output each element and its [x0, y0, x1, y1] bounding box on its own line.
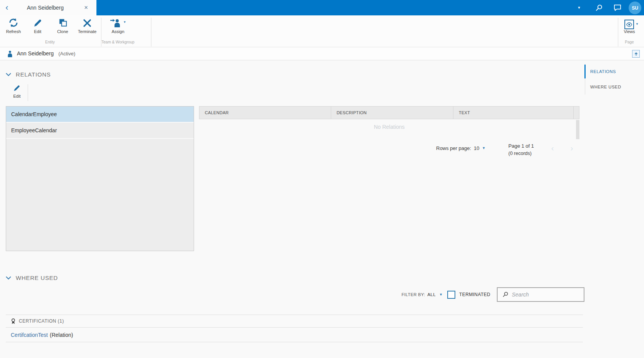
- sidebar-item-where-used[interactable]: WHERE USED: [585, 79, 644, 95]
- filter-by-value: ALL: [427, 292, 436, 297]
- refresh-label: Refresh: [6, 29, 21, 34]
- tab-close-icon[interactable]: ×: [84, 4, 88, 12]
- ribbon-toolbar: Refresh Edit Clone Terminate: [0, 15, 644, 47]
- chevron-down-icon: [6, 73, 11, 76]
- certification-section: CERTIFICATION (1) CertifcationTest (Rela…: [6, 315, 583, 342]
- filter-by-label: FILTER BY:: [402, 292, 425, 297]
- certification-item-link[interactable]: CertifcationTest: [11, 332, 48, 338]
- relations-list-panel: CalendarEmployee EmployeeCalendar: [6, 106, 194, 251]
- tab-title: Ann Seidelberg: [27, 5, 64, 11]
- filter-by-caret-icon: ▼: [439, 293, 443, 296]
- edit-pencil-icon: [33, 17, 43, 28]
- certification-item-suffix: (Relation): [50, 332, 73, 338]
- views-button[interactable]: [624, 20, 634, 29]
- relations-title: RELATIONS: [16, 71, 51, 78]
- entity-header-row: Ann Seidelberg (Active): [0, 47, 644, 60]
- terminated-label: TERMINATED: [459, 292, 490, 297]
- column-header-text[interactable]: TEXT: [453, 107, 574, 119]
- certification-title: CERTIFICATION (1): [19, 318, 64, 324]
- sidebar-item-relations[interactable]: RELATIONS: [585, 64, 644, 79]
- arrow-up-icon: [634, 52, 638, 56]
- back-chevron-icon: ‹: [5, 3, 8, 13]
- group-label-page: Page: [620, 40, 639, 44]
- relations-edit-label: Edit: [13, 94, 21, 98]
- column-header-description[interactable]: DESCRIPTION: [331, 107, 453, 119]
- where-used-title: WHERE USED: [16, 275, 58, 281]
- chevron-down-icon: [6, 276, 11, 280]
- clone-icon: [58, 17, 68, 28]
- relations-section-header[interactable]: RELATIONS: [6, 70, 51, 78]
- avatar[interactable]: SU: [629, 2, 641, 14]
- list-item-employee-calendar[interactable]: EmployeeCalendar: [6, 123, 194, 139]
- clone-label: Clone: [57, 29, 68, 34]
- relations-edit-button[interactable]: Edit: [10, 84, 24, 98]
- edit-label: Edit: [34, 29, 41, 34]
- refresh-icon: [8, 17, 18, 28]
- edit-pencil-icon: [13, 84, 21, 92]
- column-header-calendar[interactable]: CALENDAR: [199, 107, 331, 119]
- terminate-button[interactable]: Terminate: [73, 17, 101, 34]
- clone-button[interactable]: Clone: [49, 17, 76, 34]
- refresh-button[interactable]: Refresh: [0, 17, 27, 34]
- empty-table-message: No Relations: [199, 124, 579, 130]
- collapse-panel-button[interactable]: [632, 50, 640, 58]
- top-bar: ‹ Ann Seidelberg × ▼ SU: [0, 0, 644, 15]
- chevron-left-icon: ‹: [551, 143, 554, 153]
- entity-name: Ann Seidelberg: [17, 50, 54, 57]
- search-input[interactable]: [512, 291, 573, 298]
- terminate-label: Terminate: [78, 29, 96, 34]
- certification-item-row: CertifcationTest (Relation): [6, 328, 583, 342]
- certification-ribbon-icon: [11, 318, 16, 324]
- app-header-bar: [96, 0, 644, 15]
- search-icon: [502, 291, 508, 298]
- scrollbar-gutter: [574, 107, 579, 119]
- terminate-x-icon: [83, 17, 92, 28]
- where-used-section-header[interactable]: WHERE USED: [6, 273, 58, 282]
- relations-table-header: CALENDAR DESCRIPTION TEXT: [199, 106, 579, 119]
- rows-per-page-dropdown[interactable]: Rows per page: 10 ▼: [436, 143, 485, 153]
- person-icon: [7, 50, 13, 57]
- certification-header: CERTIFICATION (1): [6, 315, 583, 328]
- page-info: Page 1 of 1 (0 records): [508, 142, 534, 157]
- rows-per-page-value: 10: [474, 145, 479, 151]
- views-label: Views: [618, 29, 641, 34]
- rows-per-page-label: Rows per page:: [436, 145, 471, 151]
- header-dropdown-caret-icon[interactable]: ▼: [575, 0, 583, 15]
- records-text: (0 records): [508, 150, 534, 157]
- assign-person-icon: ▼: [110, 17, 126, 28]
- assign-button[interactable]: ▼ Assign: [103, 17, 133, 34]
- chevron-right-icon: ›: [571, 143, 573, 153]
- chat-icon[interactable]: [613, 0, 622, 15]
- next-page-button[interactable]: ›: [568, 143, 575, 153]
- previous-page-button[interactable]: ‹: [549, 143, 556, 153]
- filter-by-dropdown[interactable]: FILTER BY: ALL ▼: [402, 287, 443, 302]
- section-nav: RELATIONS WHERE USED: [585, 64, 644, 95]
- eye-icon: [626, 22, 632, 27]
- assign-caret-icon: ▼: [123, 21, 126, 24]
- group-label-entity: Entity: [31, 40, 69, 44]
- edit-button[interactable]: Edit: [24, 17, 51, 34]
- toolbar-divider: [151, 18, 151, 47]
- rows-per-page-caret-icon: ▼: [482, 147, 486, 150]
- terminated-filter: TERMINATED: [447, 287, 490, 302]
- entity-status: (Active): [58, 51, 75, 57]
- views-caret-icon[interactable]: ▼: [636, 23, 639, 26]
- search-box: [497, 287, 584, 302]
- list-item-calendar-employee[interactable]: CalendarEmployee: [6, 107, 194, 123]
- assign-label: Assign: [111, 29, 124, 34]
- divider: [28, 84, 28, 101]
- tab-ann-seidelberg[interactable]: Ann Seidelberg ×: [14, 0, 96, 15]
- terminated-checkbox[interactable]: [447, 291, 455, 299]
- back-button[interactable]: ‹: [0, 0, 14, 15]
- group-label-team-workgroup: Team & Workgroup: [91, 40, 145, 44]
- page-text: Page 1 of 1: [508, 142, 534, 150]
- search-icon[interactable]: [594, 0, 603, 15]
